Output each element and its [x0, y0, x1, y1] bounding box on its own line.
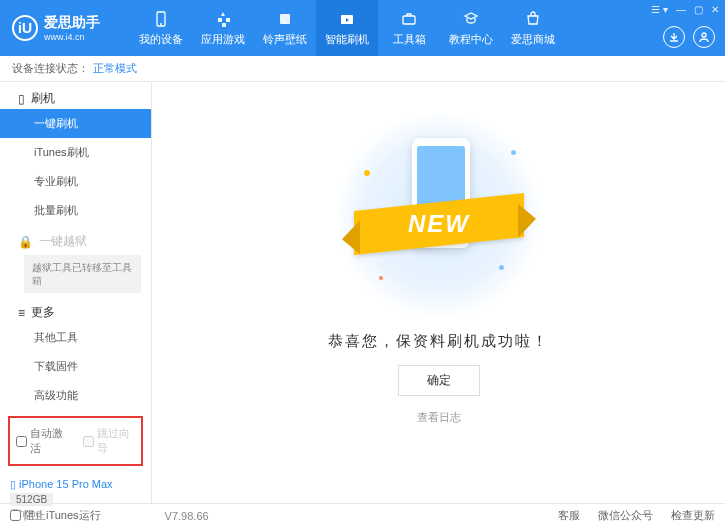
view-log-link[interactable]: 查看日志	[417, 410, 461, 425]
svg-point-5	[702, 33, 706, 37]
sidebar-group-jailbreak: 🔒一键越狱	[0, 225, 151, 252]
version-label: V7.98.66	[165, 510, 209, 522]
close-icon[interactable]: ✕	[711, 4, 719, 15]
status-bar: 设备连接状态： 正常模式	[0, 56, 725, 82]
success-illustration: NEW	[334, 110, 544, 320]
sidebar-item-pro[interactable]: 专业刷机	[0, 167, 151, 196]
ok-button[interactable]: 确定	[398, 365, 480, 396]
app-url: www.i4.cn	[44, 32, 100, 42]
sidebar: ▯刷机 一键刷机 iTunes刷机 专业刷机 批量刷机 🔒一键越狱 越狱工具已转…	[0, 82, 152, 503]
minimize-icon[interactable]: ―	[676, 4, 686, 15]
block-itunes-checkbox[interactable]: 阻止iTunes运行	[10, 508, 101, 523]
status-value: 正常模式	[93, 61, 137, 76]
options-highlight: 自动激活 跳过向导	[8, 416, 143, 466]
logo-icon: iU	[12, 15, 38, 41]
app-title: 爱思助手	[44, 14, 100, 32]
sidebar-item-oneclick[interactable]: 一键刷机	[0, 109, 151, 138]
user-icon[interactable]	[693, 26, 715, 48]
footer-update[interactable]: 检查更新	[671, 508, 715, 523]
jailbreak-note: 越狱工具已转移至工具箱	[24, 255, 141, 293]
nav-store[interactable]: 爱思商城	[502, 0, 564, 56]
menu-icon: ≡	[18, 306, 25, 320]
sidebar-item-itunes[interactable]: iTunes刷机	[0, 138, 151, 167]
footer-support[interactable]: 客服	[558, 508, 580, 523]
logo: iU 爱思助手 www.i4.cn	[0, 14, 112, 42]
svg-rect-4	[403, 16, 415, 24]
nav-tutorials[interactable]: 教程中心	[440, 0, 502, 56]
sidebar-item-advanced[interactable]: 高级功能	[0, 381, 151, 410]
nav-my-device[interactable]: 我的设备	[130, 0, 192, 56]
skip-guide-checkbox[interactable]: 跳过向导	[83, 426, 136, 456]
main-content: NEW 恭喜您，保资料刷机成功啦！ 确定 查看日志	[152, 82, 725, 503]
nav-toolbox[interactable]: 工具箱	[378, 0, 440, 56]
device-name: ▯ iPhone 15 Pro Max	[10, 478, 141, 491]
device-storage: 512GB	[10, 493, 53, 506]
footer-wechat[interactable]: 微信公众号	[598, 508, 653, 523]
success-message: 恭喜您，保资料刷机成功啦！	[328, 332, 549, 351]
auto-activate-checkbox[interactable]: 自动激活	[16, 426, 69, 456]
lock-icon: 🔒	[18, 235, 33, 249]
nav-flash[interactable]: 智能刷机	[316, 0, 378, 56]
status-label: 设备连接状态：	[12, 61, 89, 76]
top-nav: 我的设备 应用游戏 铃声壁纸 智能刷机 工具箱 教程中心 爱思商城	[130, 0, 564, 56]
download-icon[interactable]	[663, 26, 685, 48]
sidebar-group-more[interactable]: ≡更多	[0, 296, 151, 323]
window-controls: ☰ ▾ ― ▢ ✕	[651, 4, 719, 15]
sidebar-item-other[interactable]: 其他工具	[0, 323, 151, 352]
nav-apps[interactable]: 应用游戏	[192, 0, 254, 56]
app-header: iU 爱思助手 www.i4.cn 我的设备 应用游戏 铃声壁纸 智能刷机 工具…	[0, 0, 725, 56]
nav-ringtones[interactable]: 铃声壁纸	[254, 0, 316, 56]
sidebar-item-download[interactable]: 下载固件	[0, 352, 151, 381]
sidebar-item-batch[interactable]: 批量刷机	[0, 196, 151, 225]
sidebar-group-flash[interactable]: ▯刷机	[0, 82, 151, 109]
maximize-icon[interactable]: ▢	[694, 4, 703, 15]
svg-rect-2	[280, 14, 290, 24]
phone-icon: ▯	[18, 92, 25, 106]
menu-icon[interactable]: ☰ ▾	[651, 4, 668, 15]
